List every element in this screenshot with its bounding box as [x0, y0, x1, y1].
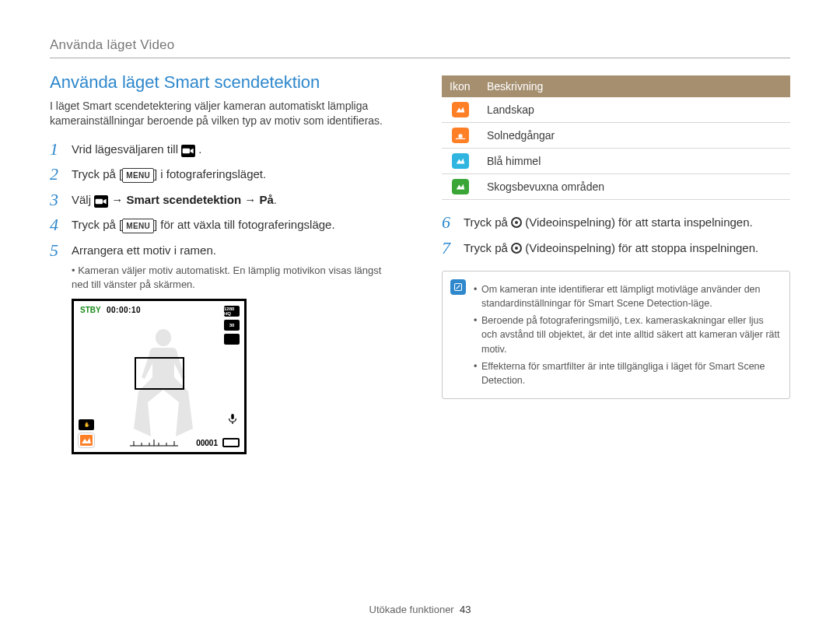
step-number: 3 [50, 191, 64, 208]
fps-badge: 30 [224, 320, 240, 331]
table-header-icon: Ikon [442, 75, 479, 97]
step-body: Arrangera ett motiv i ramen. Kameran väl… [72, 242, 398, 292]
page-title: Använda läget Smart scendetektion [50, 72, 398, 93]
scene-label: Landskap [479, 97, 790, 123]
note-item: Om kameran inte identifierar ett lämplig… [474, 282, 780, 310]
scene-icon [452, 179, 469, 194]
table-row: Solnedgångar [442, 123, 790, 149]
camera-screen-illustration: STBY 00:00:10 1280 HQ 30 ✋ [72, 299, 247, 454]
step-number: 7 [442, 240, 456, 257]
svg-rect-0 [183, 148, 190, 153]
menu-icon: MENU [122, 168, 154, 183]
footer-section: Utökade funktioner [369, 604, 454, 615]
mic-icon [227, 413, 238, 424]
footer-page: 43 [460, 604, 471, 615]
scene-icon-table: Ikon Beskrivning LandskapSolnedgångarBlå… [442, 75, 790, 200]
svg-rect-1 [96, 198, 103, 204]
scene-label: Skogsbevuxna områden [479, 174, 790, 200]
note-box: Om kameran inte identifierar ett lämplig… [442, 271, 790, 399]
scene-label: Solnedgångar [479, 123, 790, 149]
note-item: Beroende på fotograferingsmiljö, t.ex. k… [474, 313, 780, 356]
record-icon [511, 217, 522, 228]
step-body: Tryck på (Videoinspelning) för att stopp… [464, 240, 790, 257]
step-body: Vrid lägesväljaren till . [72, 141, 398, 159]
note-icon [450, 279, 466, 295]
svg-rect-2 [231, 414, 234, 419]
breadcrumb: Använda läget Video [50, 37, 790, 53]
step-body: Välj → Smart scendetektion → På. [72, 191, 398, 209]
step-body: Tryck på (Videoinspelning) för att start… [464, 214, 790, 232]
elapsed-time: 00:00:10 [107, 306, 141, 314]
steps-right: 6 Tryck på (Videoinspelning) för att sta… [442, 214, 790, 257]
scene-icon-active [79, 433, 94, 447]
svg-point-11 [458, 134, 462, 138]
footer: Utökade funktioner 43 [0, 604, 840, 615]
shot-counter: 00001 [196, 439, 218, 447]
scene-icon [452, 102, 469, 117]
video-mode-icon [94, 195, 108, 208]
intro-text: I läget Smart scendetektering väljer kam… [50, 99, 398, 128]
step-number: 6 [442, 214, 456, 231]
step-number: 2 [50, 166, 64, 183]
step-body: Tryck på [MENU] i fotograferingsläget. [72, 166, 398, 184]
table-row: Skogsbevuxna områden [442, 174, 790, 200]
divider [50, 58, 790, 58]
table-row: Landskap [442, 97, 790, 123]
scene-icon [452, 128, 469, 143]
scene-label: Blå himmel [479, 149, 790, 174]
resolution-badge: 1280 HQ [224, 306, 240, 317]
record-icon [511, 243, 522, 254]
storage-badge [224, 334, 240, 345]
step-sub: Kameran väljer motiv automatiskt. En läm… [72, 264, 398, 292]
step-body: Tryck på [MENU] för att växla till fotog… [72, 216, 398, 234]
table-header-desc: Beskrivning [479, 75, 790, 97]
battery-icon [222, 438, 240, 447]
video-mode-icon [181, 145, 195, 157]
stby-label: STBY [80, 306, 101, 314]
step-number: 5 [50, 242, 64, 259]
focus-box [135, 357, 184, 390]
exposure-meter [130, 438, 178, 447]
step-number: 1 [50, 141, 64, 158]
scene-icon [452, 153, 469, 169]
stabilizer-icon: ✋ [79, 419, 94, 430]
menu-icon: MENU [122, 219, 154, 233]
steps-left: 1 Vrid lägesväljaren till . 2 Tryck på [… [50, 141, 398, 292]
table-row: Blå himmel [442, 149, 790, 174]
step-number: 4 [50, 216, 64, 233]
note-item: Effekterna för smartfilter är inte tillg… [474, 359, 780, 387]
